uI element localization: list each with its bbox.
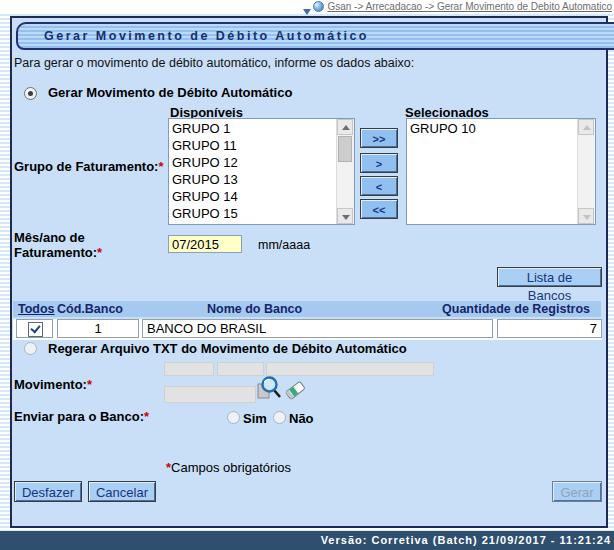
- send-no-radio[interactable]: [273, 411, 286, 424]
- send-yes-radio[interactable]: [227, 411, 240, 424]
- move-left-button[interactable]: <: [360, 176, 398, 196]
- listbox-option[interactable]: GRUPO 15: [169, 205, 337, 222]
- bank-name-cell: BANCO DO BRASIL: [142, 319, 493, 338]
- table-row: 1 BANCO DO BRASIL 7: [13, 319, 602, 340]
- movimento-search-input[interactable]: [164, 386, 256, 403]
- billing-group-label: Grupo de Faturamento:*: [14, 159, 164, 174]
- selected-groups-listbox[interactable]: GRUPO 10: [406, 118, 596, 225]
- check-icon: [30, 323, 40, 334]
- regenerate-option-label: Regerar Arquivo TXT do Movimento de Débi…: [48, 341, 407, 356]
- version-footer: Versão: Corretiva (Batch) 21/09/2017 - 1…: [0, 531, 614, 550]
- scrollbar-thumb[interactable]: [338, 136, 352, 162]
- movimento-part3-input[interactable]: [266, 362, 434, 376]
- movimento-part2-input[interactable]: [217, 362, 264, 376]
- scroll-up-icon[interactable]: [337, 119, 353, 135]
- send-to-bank-label: Enviar para o Banco:*: [14, 409, 149, 424]
- breadcrumb: Gsan -> Arrecadacao -> Gerar Movimento d…: [327, 1, 612, 12]
- checkbox-cell: [16, 319, 53, 338]
- scroll-up-icon[interactable]: [578, 119, 594, 135]
- billing-month-label-line2: Faturamento:*: [14, 245, 102, 260]
- movimento-label: Movimento:*: [14, 377, 92, 392]
- header-quantity: Quantidade de Registros: [442, 301, 590, 317]
- generate-option-label: Gerar Movimento de Débito Automático: [48, 85, 292, 100]
- listbox-option[interactable]: GRUPO 14: [169, 188, 337, 205]
- select-bank-checkbox[interactable]: [28, 322, 43, 337]
- generate-option-radio[interactable]: [24, 87, 37, 100]
- generate-button[interactable]: Gerar: [552, 481, 602, 502]
- main-panel: Gerar Movimento de Débito Automático Par…: [10, 16, 608, 528]
- scroll-down-icon[interactable]: [337, 208, 353, 224]
- header-bank-code: Cód.Banco: [57, 301, 123, 317]
- cancel-button[interactable]: Cancelar: [88, 481, 156, 502]
- month-format-hint: mm/aaaa: [258, 238, 310, 252]
- eraser-icon[interactable]: [284, 379, 307, 405]
- bank-quantity-cell: 7: [497, 319, 602, 338]
- billing-month-input[interactable]: [168, 235, 242, 253]
- listbox-option[interactable]: GRUPO 12: [169, 154, 337, 171]
- listbox-option[interactable]: GRUPO 13: [169, 171, 337, 188]
- radio-dot: [28, 91, 33, 96]
- select-all-link[interactable]: Todos: [18, 301, 55, 317]
- send-no-label: Não: [289, 411, 314, 426]
- regenerate-option-radio[interactable]: [24, 342, 37, 355]
- send-yes-label: Sim: [243, 411, 267, 426]
- page-title: Gerar Movimento de Débito Automático: [16, 22, 614, 50]
- required-note: *Campos obrigatórios: [166, 460, 291, 475]
- globe-icon[interactable]: [313, 1, 324, 12]
- header-bank-name: Nome do Banco: [207, 301, 302, 317]
- move-all-right-button[interactable]: >>: [360, 128, 398, 148]
- listbox-option[interactable]: GRUPO 1: [169, 120, 337, 137]
- move-right-button[interactable]: >: [360, 153, 398, 173]
- movimento-part1-input[interactable]: [164, 362, 214, 376]
- scroll-anchor-icon: [303, 9, 311, 15]
- move-all-left-button[interactable]: <<: [360, 199, 398, 219]
- undo-button[interactable]: Desfazer: [14, 481, 82, 502]
- listbox-option[interactable]: GRUPO 10: [407, 120, 578, 137]
- scrollbar[interactable]: [577, 119, 595, 224]
- available-groups-listbox[interactable]: GRUPO 1 GRUPO 11 GRUPO 12 GRUPO 13 GRUPO…: [168, 118, 355, 225]
- bank-list-button[interactable]: Lista de Bancos: [497, 267, 602, 287]
- billing-month-label-line1: Mês/ano de: [14, 230, 85, 245]
- banks-table-header: Todos Cód.Banco Nome do Banco Quantidade…: [13, 301, 601, 317]
- scroll-down-icon[interactable]: [578, 208, 594, 224]
- search-magnifier-icon[interactable]: [257, 375, 282, 405]
- listbox-option[interactable]: GRUPO 11: [169, 137, 337, 154]
- scrollbar[interactable]: [336, 119, 354, 224]
- intro-text: Para gerar o movimento de débito automát…: [14, 56, 414, 70]
- bank-code-cell: 1: [57, 319, 139, 338]
